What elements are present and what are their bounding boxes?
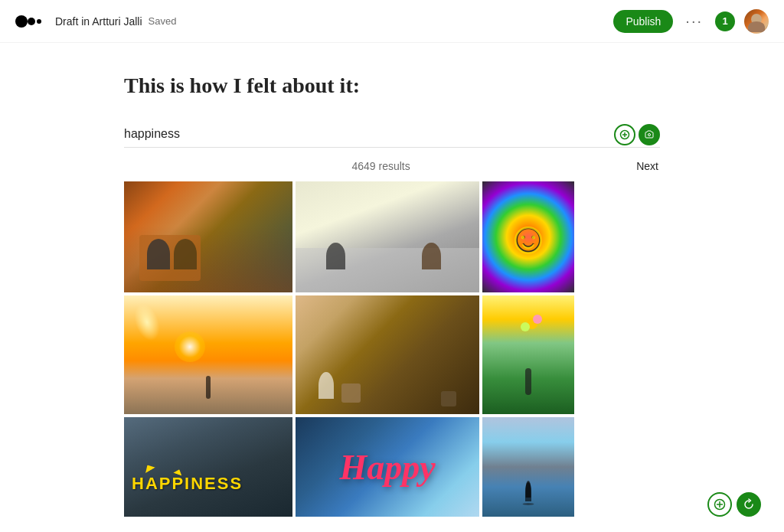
happy-text: Happy — [339, 447, 435, 488]
draft-info: Draft in Artturi Jalli Saved — [55, 15, 176, 28]
saved-label: Saved — [149, 15, 177, 27]
image-7[interactable]: HAPPINESS — [124, 417, 292, 517]
image-2[interactable] — [296, 181, 479, 292]
avatar[interactable] — [744, 9, 769, 34]
draft-label: Draft in Artturi Jalli — [55, 15, 142, 28]
image-section: 4649 results Next ☺ — [124, 121, 660, 517]
results-info: 4649 results Next — [124, 160, 660, 172]
bottom-icons — [707, 492, 761, 517]
image-6[interactable] — [482, 295, 574, 414]
header: Draft in Artturi Jalli Saved Publish ···… — [0, 0, 784, 43]
image-8[interactable]: Happy — [296, 417, 479, 517]
header-right: Publish ··· 1 — [613, 9, 769, 34]
search-icon-group — [614, 124, 660, 145]
notification-badge[interactable]: 1 — [715, 11, 735, 31]
bottom-refresh-icon[interactable] — [737, 492, 761, 517]
next-button[interactable]: Next — [636, 160, 658, 172]
svg-point-1 — [28, 18, 35, 25]
image-9[interactable] — [482, 417, 574, 517]
search-input[interactable] — [124, 121, 660, 148]
upload-search-icon[interactable] — [614, 124, 635, 145]
search-container — [124, 121, 660, 148]
bottom-upload-icon[interactable] — [707, 492, 732, 517]
svg-point-2 — [37, 19, 41, 24]
image-1[interactable] — [124, 181, 292, 292]
image-4[interactable] — [124, 295, 292, 414]
camera-search-icon[interactable] — [639, 124, 660, 145]
publish-button[interactable]: Publish — [613, 10, 673, 33]
image-grid: ☺ HAPPINESS — [124, 181, 571, 517]
article-title: This is how I felt about it: — [124, 73, 660, 98]
header-left: Draft in Artturi Jalli Saved — [15, 13, 176, 30]
more-options-button[interactable]: ··· — [682, 12, 706, 30]
main-content: This is how I felt about it: — [47, 43, 737, 532]
svg-point-0 — [15, 15, 28, 28]
image-3[interactable]: ☺ — [482, 181, 574, 292]
results-count: 4649 results — [126, 160, 636, 172]
image-5[interactable] — [296, 295, 479, 414]
happiness-text: HAPPINESS — [132, 474, 243, 494]
medium-logo[interactable] — [15, 13, 47, 30]
svg-point-6 — [648, 133, 651, 135]
